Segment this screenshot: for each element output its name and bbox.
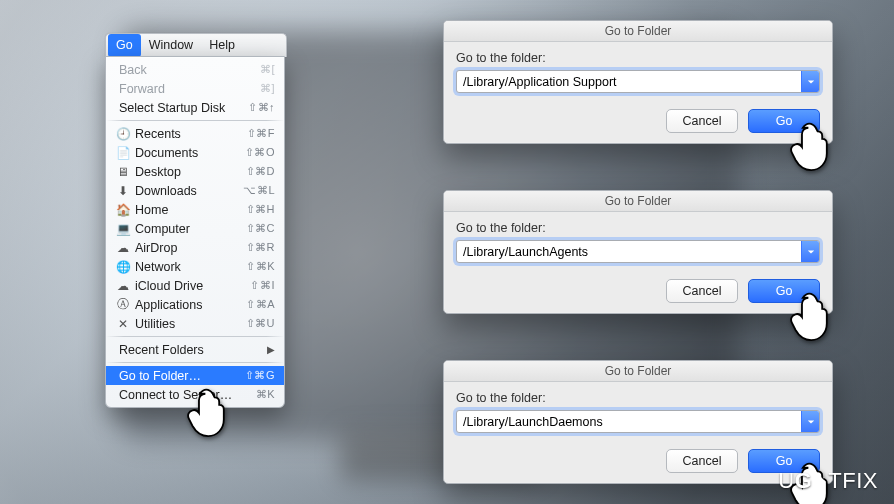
cancel-button[interactable]: Cancel: [666, 449, 738, 473]
menu-item-network[interactable]: 🌐Network⇧⌘K: [106, 257, 284, 276]
dropdown-arrow-icon[interactable]: [801, 241, 819, 262]
ugetfix-watermark: UGTFIX: [778, 468, 878, 494]
menu-item-computer[interactable]: 💻Computer⇧⌘C: [106, 219, 284, 238]
dialog-prompt: Go to the folder:: [456, 221, 820, 235]
dialog-title: Go to Folder: [444, 191, 832, 212]
menu-item-select-startup-disk[interactable]: Select Startup Disk⇧⌘↑: [106, 98, 284, 117]
menu-help[interactable]: Help: [201, 34, 243, 57]
menu-item-utilities[interactable]: ✕Utilities⇧⌘U: [106, 314, 284, 333]
home-icon: 🏠: [115, 203, 131, 217]
icloud-icon: ☁: [115, 279, 131, 293]
cancel-button[interactable]: Cancel: [666, 279, 738, 303]
network-icon: 🌐: [115, 260, 131, 274]
menu-separator: [106, 336, 284, 337]
downloads-icon: ⬇: [115, 184, 131, 198]
applications-icon: Ⓐ: [115, 296, 131, 313]
desktop-icon: 🖥: [115, 165, 131, 179]
submenu-arrow-icon: ▶: [263, 344, 275, 355]
folder-path-combobox[interactable]: [456, 240, 820, 263]
go-to-folder-dialog: Go to Folder Go to the folder: Cancel Go: [443, 190, 833, 314]
utilities-icon: ✕: [115, 317, 131, 331]
go-to-folder-dialog: Go to Folder Go to the folder: Cancel Go: [443, 360, 833, 484]
menu-item-back: Back⌘[: [106, 60, 284, 79]
menu-window[interactable]: Window: [141, 34, 201, 57]
folder-path-combobox[interactable]: [456, 410, 820, 433]
clock-icon: 🕘: [115, 127, 131, 141]
dialog-prompt: Go to the folder:: [456, 391, 820, 405]
dialog-title: Go to Folder: [444, 361, 832, 382]
go-menu-dropdown: Back⌘[ Forward⌘] Select Startup Disk⇧⌘↑ …: [105, 56, 285, 408]
go-to-folder-dialog: Go to Folder Go to the folder: Cancel Go: [443, 20, 833, 144]
menu-item-recent-folders[interactable]: Recent Folders▶: [106, 340, 284, 359]
menu-item-forward: Forward⌘]: [106, 79, 284, 98]
folder-path-input[interactable]: [457, 411, 801, 432]
menu-item-home[interactable]: 🏠Home⇧⌘H: [106, 200, 284, 219]
menu-item-downloads[interactable]: ⬇Downloads⌥⌘L: [106, 181, 284, 200]
menu-item-go-to-folder[interactable]: Go to Folder…⇧⌘G: [106, 366, 284, 385]
menu-separator: [106, 362, 284, 363]
menu-go[interactable]: Go: [108, 34, 141, 57]
dialog-title: Go to Folder: [444, 21, 832, 42]
dropdown-arrow-icon[interactable]: [801, 411, 819, 432]
cancel-button[interactable]: Cancel: [666, 109, 738, 133]
document-icon: 📄: [115, 146, 131, 160]
ugetfix-logo-arrow-icon: [812, 474, 828, 490]
go-button[interactable]: Go: [748, 109, 820, 133]
menu-item-applications[interactable]: ⒶApplications⇧⌘A: [106, 295, 284, 314]
menu-item-connect-to-server[interactable]: Connect to Server…⌘K: [106, 385, 284, 404]
folder-path-combobox[interactable]: [456, 70, 820, 93]
folder-path-input[interactable]: [457, 241, 801, 262]
folder-path-input[interactable]: [457, 71, 801, 92]
dropdown-arrow-icon[interactable]: [801, 71, 819, 92]
dialog-prompt: Go to the folder:: [456, 51, 820, 65]
menu-item-documents[interactable]: 📄Documents⇧⌘O: [106, 143, 284, 162]
airdrop-icon: ☁: [115, 241, 131, 255]
finder-menubar: Go Window Help: [105, 33, 287, 57]
go-button[interactable]: Go: [748, 279, 820, 303]
menu-separator: [106, 120, 284, 121]
menu-item-airdrop[interactable]: ☁AirDrop⇧⌘R: [106, 238, 284, 257]
menu-item-recents[interactable]: 🕘Recents⇧⌘F: [106, 124, 284, 143]
menu-item-icloud-drive[interactable]: ☁iCloud Drive⇧⌘I: [106, 276, 284, 295]
menu-item-desktop[interactable]: 🖥Desktop⇧⌘D: [106, 162, 284, 181]
computer-icon: 💻: [115, 222, 131, 236]
